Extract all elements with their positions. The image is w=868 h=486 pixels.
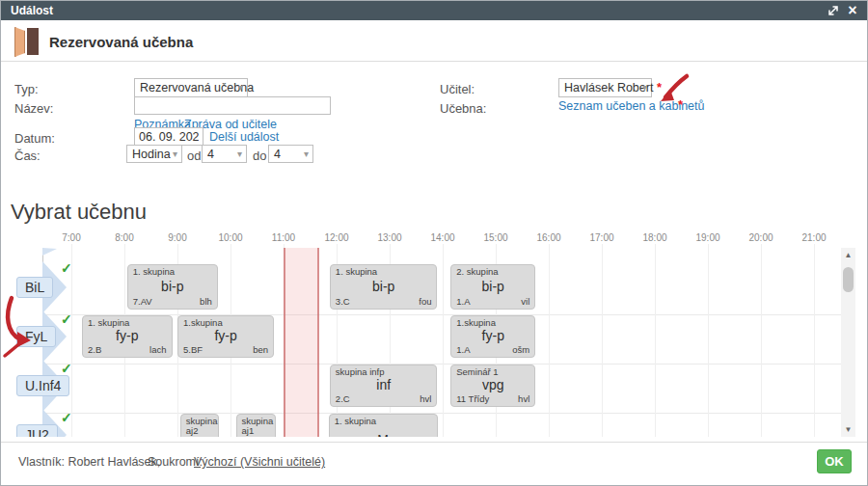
schedule-block: 1. skupinabi-p7.AVblh xyxy=(127,264,218,310)
section-title: Vybrat učebnu xyxy=(11,200,147,225)
hour-gridline xyxy=(655,244,656,437)
scrollbar-down-icon[interactable]: ▼ xyxy=(841,422,855,437)
row-separator xyxy=(42,364,841,364)
expand-icon[interactable] xyxy=(827,4,840,17)
schedule-block: 1. skupinabi-p3.Cfou xyxy=(330,264,438,310)
event-dialog: Událost × Rezervovaná učebna Typ: Rezerv… xyxy=(0,0,868,486)
datum-label: Datum: xyxy=(14,131,55,146)
schedule-block: skupina infpinf2.Chvl xyxy=(330,364,438,407)
available-check-icon: ✓ xyxy=(61,361,72,376)
row-separator xyxy=(42,413,841,414)
schedule-block: 2. skupinabi-p1.Avil xyxy=(450,264,535,310)
time-label: 13:00 xyxy=(370,232,409,243)
time-label: 11:00 xyxy=(264,232,303,243)
od-select[interactable]: 4 ▾ xyxy=(202,145,247,163)
room-label-bil[interactable]: BiL xyxy=(16,277,53,298)
chevron-down-icon: ▾ xyxy=(237,146,242,163)
available-check-icon: ✓ xyxy=(61,410,72,425)
nazev-label: Název: xyxy=(14,101,53,116)
cas-label: Čas: xyxy=(14,148,41,163)
hour-gridline xyxy=(814,244,815,437)
owner-text: Vlastník: Robert Havlásek, xyxy=(18,455,160,469)
delsi-udalost-link[interactable]: Delší událost xyxy=(209,130,279,144)
time-label: 10:00 xyxy=(211,232,250,243)
privacy-link[interactable]: Výchozí (Všichni učitelé) xyxy=(194,455,325,469)
ucebna-label: Učebna: xyxy=(440,101,486,116)
typ-select-value: Rezervovaná učebna xyxy=(140,81,254,94)
schedule-block: 1. skupinafy-p2.Blach xyxy=(82,315,173,358)
cas-mode-value: Hodina xyxy=(132,148,171,161)
chevron-down-icon: ▾ xyxy=(304,146,309,163)
time-label: 15:00 xyxy=(476,232,515,243)
header-divider xyxy=(1,61,867,62)
ucitel-label: Učitel: xyxy=(440,82,475,96)
selected-time-highlight xyxy=(284,248,319,437)
page-title: Rezervovaná učebna xyxy=(49,34,193,50)
time-label: 21:00 xyxy=(795,232,833,243)
time-label: 14:00 xyxy=(423,232,462,243)
ucitel-required-marker: * xyxy=(657,80,662,94)
typ-label: Typ: xyxy=(14,82,39,96)
schedule-block: skupina aj1aj xyxy=(236,414,277,437)
scrollbar-thumb[interactable] xyxy=(843,267,854,292)
time-label: 12:00 xyxy=(317,232,356,243)
od-select-value: 4 xyxy=(207,148,214,161)
hour-gridline xyxy=(602,244,603,437)
time-label: 20:00 xyxy=(742,232,780,243)
scrolled-row-arrow-tip xyxy=(42,248,57,256)
dialog-titlebar[interactable]: Událost × xyxy=(1,1,867,20)
schedule-block: Seminář 1vpg11 Třídyhvl xyxy=(450,364,535,407)
ok-button[interactable]: OK xyxy=(817,449,852,473)
do-select-value: 4 xyxy=(274,148,281,161)
chevron-down-icon: ▾ xyxy=(642,79,647,96)
hour-gridline xyxy=(443,244,444,437)
do-select[interactable]: 4 ▾ xyxy=(268,145,313,163)
available-check-icon: ✓ xyxy=(61,311,72,327)
typ-select[interactable]: Rezervovaná učebna ▾ xyxy=(134,78,248,97)
schedule-block: 1.skupinafy-p1.Aošm xyxy=(450,315,535,358)
time-label: 7:00 xyxy=(52,232,91,243)
room-schedule-grid: ▲ ▼ 7:008:009:0010:0011:0012:0013:0014:0… xyxy=(1,230,868,437)
door-icon xyxy=(14,27,39,57)
hour-gridline xyxy=(549,244,550,437)
time-label: 8:00 xyxy=(105,232,144,243)
scrollbar-up-icon[interactable]: ▲ xyxy=(841,248,855,262)
footer-divider xyxy=(1,442,867,443)
schedule-block: 1.skupinafy-p5.BFben xyxy=(177,315,274,358)
hour-gridline xyxy=(761,244,762,437)
chevron-down-icon: ▾ xyxy=(238,79,243,96)
ucitel-select[interactable]: Havlásek Robert ▾ xyxy=(558,78,652,97)
hour-gridline xyxy=(708,244,709,437)
ucitel-select-value: Havlásek Robert xyxy=(564,81,653,94)
time-label: 16:00 xyxy=(529,232,568,243)
time-label: 17:00 xyxy=(583,232,621,243)
chevron-down-icon: ▾ xyxy=(173,146,177,163)
time-label: 18:00 xyxy=(636,232,674,243)
od-label: od xyxy=(187,148,201,163)
room-label-ju2[interactable]: JU2 xyxy=(16,424,58,437)
schedule-block: 1. skupinaM xyxy=(329,414,438,437)
room-label-fyl[interactable]: FyL xyxy=(16,326,56,347)
time-label: 9:00 xyxy=(158,232,197,243)
time-label: 19:00 xyxy=(689,232,727,243)
datum-input[interactable] xyxy=(134,127,203,146)
ucebna-required-marker: * xyxy=(678,97,683,112)
room-label-uinf4[interactable]: U.Inf4 xyxy=(16,375,69,396)
close-icon[interactable]: × xyxy=(846,4,859,17)
schedule-block: skupina aj2aj xyxy=(180,414,219,437)
do-label: do xyxy=(253,148,266,163)
nazev-input[interactable] xyxy=(134,96,331,115)
available-check-icon: ✓ xyxy=(61,260,72,276)
cas-mode-select[interactable]: Hodina ▾ xyxy=(126,145,182,163)
dialog-title: Událost xyxy=(11,4,53,17)
